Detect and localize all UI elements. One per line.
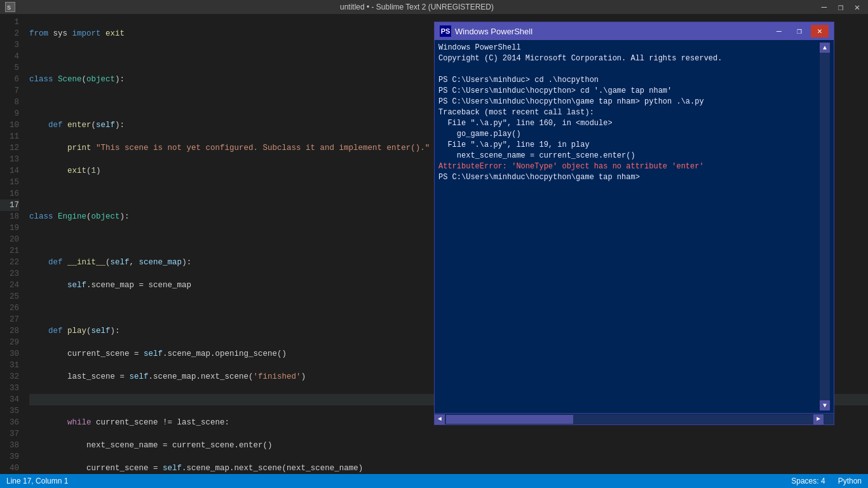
spaces-info[interactable]: Spaces: 4: [791, 477, 825, 485]
ps-prompt-line: PS C:\Users\minhduc\hocpython\game tap n…: [438, 173, 640, 182]
ps-content: Windows PowerShell Copyright (C) 2014 Mi…: [435, 40, 834, 413]
ps-title-left: PS Windows PowerShell: [440, 25, 532, 37]
ps-text-area[interactable]: Windows PowerShell Copyright (C) 2014 Mi…: [438, 43, 820, 410]
ps-line1: Windows PowerShell Copyright (C) 2014 Mi…: [438, 43, 722, 160]
close-button[interactable]: ✕: [851, 2, 863, 13]
ps-error-line: AttributeError: 'NoneType' object has no…: [438, 162, 704, 171]
ps-close-button[interactable]: ✕: [811, 25, 829, 37]
line-numbers: 1 2 3 4 5 6 7 8 9 10 11 12 13 14 15 16 1…: [0, 14, 24, 474]
cursor-position: Line 17, Column 1: [6, 477, 68, 485]
ps-scroll-up-button[interactable]: ▲: [820, 43, 830, 53]
ps-scrollbar-vertical[interactable]: ▲ ▼: [820, 43, 830, 410]
ps-scroll-left-button[interactable]: ◄: [435, 414, 445, 424]
powershell-window: PS Windows PowerShell — ❐ ✕ Windows Powe…: [434, 22, 834, 425]
ps-title-bar: PS Windows PowerShell — ❐ ✕: [435, 22, 834, 40]
ps-scrollbar-corner: [824, 414, 834, 424]
app-icon: S: [5, 2, 15, 12]
ps-scroll-thumb-horizontal: [446, 415, 573, 424]
ps-scrollbar-horizontal[interactable]: [445, 414, 813, 424]
ps-title-text: Windows PowerShell: [455, 27, 532, 36]
title-bar: S untitled • - Sublime Text 2 (UNREGISTE…: [0, 0, 868, 14]
ps-icon: PS: [440, 25, 451, 37]
title-bar-controls: — ❐ ✕: [818, 2, 863, 13]
minimize-button[interactable]: —: [818, 2, 830, 12]
svg-text:S: S: [7, 4, 11, 11]
title-text: untitled • - Sublime Text 2 (UNREGISTERE…: [340, 3, 494, 11]
status-bar: Line 17, Column 1 Spaces: 4 Python: [0, 474, 868, 488]
ps-restore-button[interactable]: ❐: [790, 25, 808, 37]
title-bar-left: S: [5, 2, 15, 12]
ps-scroll-down-button[interactable]: ▼: [820, 400, 830, 410]
ps-scroll-right-button[interactable]: ►: [813, 414, 824, 424]
ps-bottom-bar: ◄ ►: [435, 413, 834, 424]
ps-minimize-button[interactable]: —: [770, 25, 788, 37]
ps-controls: — ❐ ✕: [770, 25, 829, 37]
language-info[interactable]: Python: [838, 477, 862, 485]
restore-button[interactable]: ❐: [835, 2, 846, 13]
